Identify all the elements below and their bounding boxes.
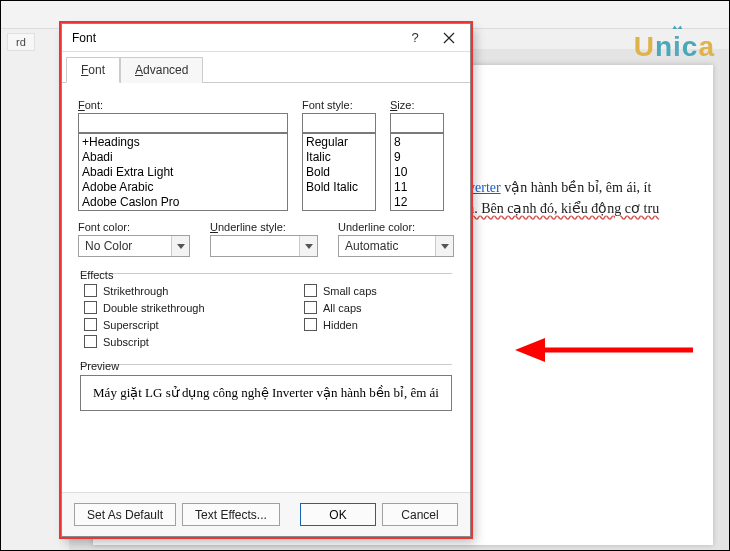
set-default-button[interactable]: Set As Default [74, 503, 176, 526]
size-label: Size: [390, 99, 444, 111]
chevron-down-icon [177, 244, 185, 249]
list-item[interactable]: 9 [394, 150, 440, 165]
font-style-label: Font style: [302, 99, 376, 111]
list-item[interactable]: 10 [394, 165, 440, 180]
tab-strip: Font Advanced [62, 56, 470, 83]
list-item[interactable]: Italic [306, 150, 372, 165]
close-button[interactable] [432, 26, 466, 50]
text-effects-button[interactable]: Text Effects... [182, 503, 280, 526]
titlebar: Font ? [62, 24, 470, 52]
dialog-buttons: Set As Default Text Effects... OK Cancel [62, 492, 470, 536]
effects-group: Effects Strikethrough Small caps Double … [80, 269, 452, 348]
list-item[interactable]: 11 [394, 180, 440, 195]
effects-legend: Effects [80, 269, 113, 281]
double-strikethrough-checkbox[interactable]: Double strikethrough [84, 301, 294, 314]
underline-style-label: Underline style: [210, 221, 318, 233]
list-item[interactable]: Regular [306, 135, 372, 150]
ok-button[interactable]: OK [300, 503, 376, 526]
font-style-input[interactable] [302, 113, 376, 133]
tab-font[interactable]: Font [66, 57, 120, 83]
smallcaps-checkbox[interactable]: Small caps [304, 284, 452, 297]
chevron-down-icon [305, 244, 313, 249]
preview-legend: Preview [80, 360, 119, 372]
font-dialog: Font ? Font Advanced Font: +Headings Aba… [61, 23, 471, 537]
strikethrough-checkbox[interactable]: Strikethrough [84, 284, 294, 297]
document-line2: an. Bên cạnh đó, kiểu động cơ tru [461, 201, 659, 216]
font-label: Font: [78, 99, 288, 111]
help-button[interactable]: ? [398, 26, 432, 50]
list-item[interactable]: 8 [394, 135, 440, 150]
logo: Unica [634, 31, 715, 63]
document-text: nverter vận hành bền bỉ, êm ái, ít an. B… [461, 177, 721, 219]
chevron-down-icon [441, 244, 449, 249]
font-list[interactable]: +Headings Abadi Abadi Extra Light Adobe … [78, 133, 288, 211]
list-item[interactable]: Adobe Arabic [82, 180, 284, 195]
underline-color-label: Underline color: [338, 221, 454, 233]
underline-style-combo[interactable] [210, 235, 318, 257]
list-item[interactable]: +Headings [82, 135, 284, 150]
font-style-list[interactable]: Regular Italic Bold Bold Italic [302, 133, 376, 211]
list-item[interactable]: Bold [306, 165, 372, 180]
preview-box: Máy giặt LG sử dụng công nghệ Inverter v… [80, 375, 452, 411]
ribbon-group-label: rd [7, 33, 35, 51]
hidden-checkbox[interactable]: Hidden [304, 318, 452, 331]
underline-color-combo[interactable]: Automatic [338, 235, 454, 257]
list-item[interactable]: Abadi Extra Light [82, 165, 284, 180]
font-input[interactable] [78, 113, 288, 133]
close-icon [443, 32, 455, 44]
cancel-button[interactable]: Cancel [382, 503, 458, 526]
size-list[interactable]: 8 9 10 11 12 [390, 133, 444, 211]
size-input[interactable] [390, 113, 444, 133]
list-item[interactable]: Abadi [82, 150, 284, 165]
superscript-checkbox[interactable]: Superscript [84, 318, 294, 331]
dialog-title: Font [72, 31, 398, 45]
tab-advanced[interactable]: Advanced [120, 57, 203, 83]
font-color-label: Font color: [78, 221, 190, 233]
list-item[interactable]: Bold Italic [306, 180, 372, 195]
list-item[interactable]: Adobe Caslon Pro [82, 195, 284, 210]
list-item[interactable]: 12 [394, 195, 440, 210]
allcaps-checkbox[interactable]: All caps [304, 301, 452, 314]
subscript-checkbox[interactable]: Subscript [84, 335, 294, 348]
preview-group: Preview Máy giặt LG sử dụng công nghệ In… [80, 360, 452, 411]
font-color-combo[interactable]: No Color [78, 235, 190, 257]
